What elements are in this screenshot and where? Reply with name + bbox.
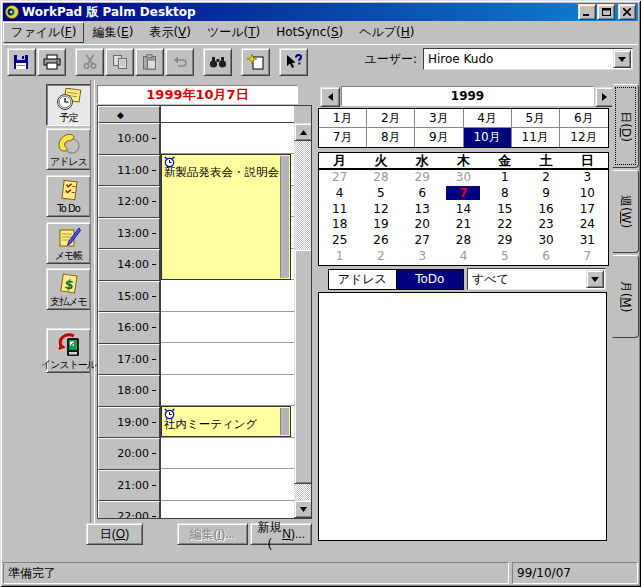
calendar-day[interactable]: 24 (567, 217, 608, 233)
untimed-events-area[interactable] (160, 106, 294, 123)
undo-button[interactable] (165, 48, 194, 76)
calendar-day[interactable]: 1 (319, 249, 360, 265)
calendar-day[interactable]: 27 (319, 170, 360, 186)
list-area[interactable] (318, 292, 607, 541)
calendar-day[interactable]: 30 (525, 233, 566, 249)
month-cell[interactable]: 5月 (512, 109, 560, 128)
event-resize-bar[interactable] (280, 408, 289, 436)
paste-button[interactable] (135, 48, 164, 76)
calendar-day[interactable]: 3 (567, 170, 608, 186)
calendar-day[interactable]: 12 (360, 202, 401, 218)
time-slot[interactable]: 14:00 (98, 249, 160, 281)
schedule-event[interactable]: 新製品発表会・説明会 (161, 154, 291, 280)
calendar-day[interactable]: 3 (402, 249, 443, 265)
month-cell[interactable]: 7月 (319, 128, 367, 147)
calendar-day[interactable]: 13 (402, 202, 443, 218)
month-cell[interactable]: 10月 (464, 128, 512, 147)
calendar-day[interactable]: 8 (484, 186, 525, 202)
time-slot[interactable]: 17:00 (98, 344, 160, 376)
sidebar-item-expense[interactable]: $ 支払メモ (46, 268, 91, 310)
edit-button[interactable]: 編集(I)... (177, 523, 248, 545)
tab-week-view[interactable]: 週(W) (612, 170, 639, 253)
menu-help[interactable]: ヘルプ(H) (351, 22, 422, 43)
time-slot[interactable]: 18:00 (98, 375, 160, 407)
month-cell[interactable]: 11月 (512, 128, 560, 147)
tab-day-view[interactable]: 日(D) (612, 84, 639, 168)
filter-combobox-arrow[interactable] (586, 270, 604, 288)
calendar-day[interactable]: 18 (319, 217, 360, 233)
time-slot[interactable]: 11:00 (98, 155, 160, 187)
calendar-day[interactable]: 27 (402, 233, 443, 249)
calendar-day[interactable]: 20 (402, 217, 443, 233)
print-button[interactable] (37, 48, 66, 76)
calendar-day[interactable]: 25 (319, 233, 360, 249)
sidebar-item-schedule[interactable]: 予定 (46, 84, 91, 126)
calendar-day[interactable]: 19 (360, 217, 401, 233)
scrollbar-thumb[interactable] (294, 249, 312, 484)
context-help-button[interactable] (279, 48, 308, 76)
calendar-day[interactable]: 26 (360, 233, 401, 249)
calendar-day[interactable]: 31 (567, 233, 608, 249)
calendar-day[interactable]: 29 (402, 170, 443, 186)
month-cell[interactable]: 3月 (415, 109, 463, 128)
calendar-day[interactable]: 7 (443, 186, 484, 202)
calendar-day[interactable]: 21 (443, 217, 484, 233)
calendar-day[interactable]: 5 (360, 186, 401, 202)
time-slot[interactable]: 22:00 (98, 501, 160, 519)
calendar-day[interactable]: 4 (443, 249, 484, 265)
calendar-day[interactable]: 15 (484, 202, 525, 218)
time-slot[interactable]: 10:00 (98, 123, 160, 155)
schedule-event[interactable]: 社内ミーティング (161, 406, 291, 438)
day-button[interactable]: 日(O) (86, 523, 143, 545)
filter-combobox[interactable]: すべて (467, 268, 606, 290)
calendar-day[interactable]: 22 (484, 217, 525, 233)
calendar-day[interactable]: 29 (484, 233, 525, 249)
calendar-day[interactable]: 2 (525, 170, 566, 186)
close-button[interactable] (618, 4, 636, 20)
calendar-day[interactable]: 1 (484, 170, 525, 186)
month-cell[interactable]: 6月 (560, 109, 608, 128)
untimed-column-header[interactable]: ◆ (98, 106, 160, 123)
schedule-scrollbar[interactable] (294, 123, 311, 518)
sidebar-item-memo[interactable]: メモ帳 (46, 222, 91, 264)
time-slot[interactable]: 20:00 (98, 438, 160, 470)
month-cell[interactable]: 8月 (367, 128, 415, 147)
month-cell[interactable]: 4月 (464, 109, 512, 128)
new-entry-button[interactable]: 新規(N)... (250, 523, 312, 545)
user-combobox-arrow[interactable] (613, 50, 631, 68)
calendar-day[interactable]: 30 (443, 170, 484, 186)
menu-file[interactable]: ファイル(F) (3, 22, 84, 43)
cut-button[interactable] (75, 48, 104, 76)
sidebar-item-address[interactable]: アドレス (46, 128, 91, 170)
menu-tools[interactable]: ツール(T) (199, 22, 268, 43)
sidebar-item-install[interactable]: インストール (46, 328, 91, 373)
calendar-day[interactable]: 28 (443, 233, 484, 249)
time-slot[interactable]: 19:00 (98, 407, 160, 439)
calendar-day[interactable]: 28 (360, 170, 401, 186)
tab-todo[interactable]: ToDo (396, 270, 464, 289)
time-slot[interactable]: 16:00 (98, 312, 160, 344)
schedule-content[interactable]: 新製品発表会・説明会 社内ミーティング (160, 123, 294, 518)
calendar-day[interactable]: 16 (525, 202, 566, 218)
minimize-button[interactable] (578, 4, 596, 20)
month-cell[interactable]: 9月 (415, 128, 463, 147)
calendar-day[interactable]: 9 (525, 186, 566, 202)
calendar-day[interactable]: 23 (525, 217, 566, 233)
calendar-day[interactable]: 6 (402, 186, 443, 202)
month-cell[interactable]: 12月 (560, 128, 608, 147)
month-cell[interactable]: 1月 (319, 109, 367, 128)
time-slot[interactable]: 21:00 (98, 470, 160, 502)
calendar-day[interactable]: 4 (319, 186, 360, 202)
new-button[interactable] (241, 48, 270, 76)
save-button[interactable] (7, 48, 36, 76)
calendar-day[interactable]: 17 (567, 202, 608, 218)
user-combobox[interactable]: Hiroe Kudo (423, 48, 633, 70)
month-cell[interactable]: 2月 (367, 109, 415, 128)
menu-hotsync[interactable]: HotSync(S) (268, 23, 351, 41)
app-icon[interactable] (5, 5, 19, 19)
menu-edit[interactable]: 編集(E) (84, 22, 141, 43)
prev-year-button[interactable] (320, 87, 340, 107)
scroll-up-button[interactable] (294, 123, 312, 141)
calendar-day[interactable]: 14 (443, 202, 484, 218)
tab-address[interactable]: アドレス (329, 270, 396, 289)
